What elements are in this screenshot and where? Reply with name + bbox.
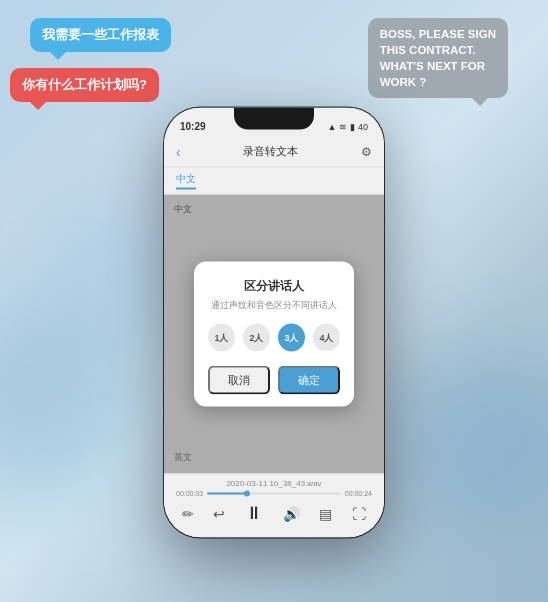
speaker-1-button[interactable]: 1人 [208, 324, 235, 352]
cancel-button[interactable]: 取消 [208, 366, 270, 395]
speaker-3-button[interactable]: 3人 [278, 324, 305, 352]
expand-icon[interactable]: ⛶ [352, 505, 366, 521]
filename: 2020-03-11 10_38_43.wav [172, 479, 376, 488]
dialog-subtitle: 通过声纹和音色区分不同讲话人 [208, 299, 340, 312]
confirm-button[interactable]: 确定 [278, 366, 340, 395]
progress-fill [207, 492, 247, 494]
dialog-title: 区分讲话人 [208, 278, 340, 295]
bg-decoration-2 [398, 350, 548, 530]
bubble2-text: 你有什么工作计划吗? [22, 77, 147, 92]
bubble3-line2: THIS CONTRACT. [380, 44, 476, 56]
progress-bar[interactable] [207, 492, 341, 494]
total-time: 00:00:24 [345, 490, 372, 497]
dialog-overlay: 区分讲话人 通过声纹和音色区分不同讲话人 1人 2人 3人 4人 取消 确定 [164, 195, 384, 474]
status-icons: ▲ ≋ ▮ 40 [328, 122, 368, 132]
rewind-icon[interactable]: ↩ [213, 505, 225, 521]
wifi-icon: ≋ [339, 122, 347, 132]
bubble3-line3: WHAT'S NEXT FOR [380, 60, 485, 72]
speech-bubble-english: BOSS, PLEASE SIGN THIS CONTRACT. WHAT'S … [368, 18, 508, 98]
pencil-icon[interactable]: ✏ [182, 505, 194, 521]
volume-icon[interactable]: 🔊 [283, 505, 300, 521]
speech-bubble-chinese-1: 我需要一些工作报表 [30, 18, 171, 52]
phone-notch [234, 108, 314, 130]
tab-chinese[interactable]: 中文 [176, 172, 196, 190]
dialog-actions: 取消 确定 [208, 366, 340, 395]
bubble3-line1: BOSS, PLEASE SIGN [380, 28, 496, 40]
back-button[interactable]: ‹ [176, 143, 181, 159]
bubble1-text: 我需要一些工作报表 [42, 27, 159, 42]
settings-icon[interactable]: ⚙ [361, 144, 372, 158]
play-pause-button[interactable]: ⏸ [245, 503, 263, 524]
speaker-dialog: 区分讲话人 通过声纹和音色区分不同讲话人 1人 2人 3人 4人 取消 确定 [194, 262, 354, 407]
phone-screen: 10:29 ▲ ≋ ▮ 40 ‹ 录音转文本 ⚙ 中文 中文 英文 区分讲话人 [164, 108, 384, 538]
speaker-4-button[interactable]: 4人 [313, 324, 340, 352]
phone-frame: 10:29 ▲ ≋ ▮ 40 ‹ 录音转文本 ⚙ 中文 中文 英文 区分讲话人 [164, 108, 384, 538]
screen-title: 录音转文本 [243, 144, 298, 159]
current-time: 00:00:03 [176, 490, 203, 497]
speaker-2-button[interactable]: 2人 [243, 324, 270, 352]
progress-dot [244, 490, 250, 496]
save-icon[interactable]: ▤ [319, 505, 332, 521]
battery-icon: ▮ 40 [350, 122, 368, 132]
bubble3-line4: WORK ? [380, 76, 427, 88]
tab-row: 中文 [164, 168, 384, 195]
speech-bubble-chinese-2: 你有什么工作计划吗? [10, 68, 159, 102]
status-time: 10:29 [180, 121, 206, 132]
top-nav-bar: ‹ 录音转文本 ⚙ [164, 136, 384, 168]
progress-container: 00:00:03 00:00:24 [172, 490, 376, 497]
signal-icon: ▲ [328, 122, 337, 132]
content-area: 中文 英文 区分讲话人 通过声纹和音色区分不同讲话人 1人 2人 3人 4人 取… [164, 195, 384, 474]
speaker-options: 1人 2人 3人 4人 [208, 324, 340, 352]
controls-row: ✏ ↩ ⏸ 🔊 ▤ ⛶ [172, 503, 376, 524]
player-bar: 2020-03-11 10_38_43.wav 00:00:03 00:00:2… [164, 474, 384, 538]
